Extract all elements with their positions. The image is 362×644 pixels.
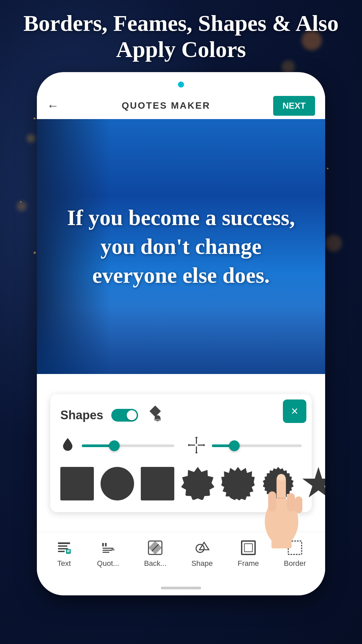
resize-icon (188, 436, 205, 455)
size-slider-group (188, 436, 302, 455)
shapes-toggle[interactable] (111, 409, 138, 422)
shape-item-square[interactable] (60, 465, 94, 502)
shape-item-filled-square[interactable] (141, 465, 174, 502)
shape-scallop (181, 467, 215, 500)
camera-dot (178, 82, 184, 88)
opacity-icon (60, 437, 75, 455)
shape-item-circle[interactable] (101, 465, 134, 502)
home-indicator (161, 587, 201, 589)
bokeh-5 (27, 134, 35, 143)
bokeh-3 (17, 201, 27, 211)
sparkle-3 (20, 201, 21, 203)
opacity-slider-group (60, 437, 174, 455)
toolbar-label-quote: Quot... (97, 559, 119, 568)
sliders-row (60, 436, 302, 455)
svg-rect-2 (154, 419, 161, 421)
toggle-thumb (127, 410, 137, 420)
back-button[interactable]: ← (47, 99, 59, 113)
svg-rect-11 (58, 542, 70, 544)
opacity-thumb[interactable] (109, 440, 120, 451)
bokeh-4 (325, 235, 342, 252)
sparkle-1 (34, 117, 36, 119)
text-icon (56, 540, 72, 557)
svg-rect-21 (103, 552, 109, 553)
svg-point-38 (277, 474, 285, 481)
toggle-track[interactable] (111, 409, 138, 422)
background-icon (147, 540, 163, 557)
svg-rect-34 (268, 491, 276, 512)
size-slider[interactable] (212, 444, 302, 447)
sparkle-4 (34, 252, 36, 254)
hand-pointer (251, 454, 312, 548)
svg-rect-39 (272, 535, 292, 548)
toolbar-item-shape[interactable]: Shape (185, 536, 220, 571)
toolbar-label-back: Back... (144, 559, 167, 568)
toolbar-item-background[interactable]: Back... (137, 536, 173, 571)
opacity-slider[interactable] (82, 444, 174, 447)
page-title: Borders, Feames, Shapes & Also Apply Col… (0, 10, 362, 62)
size-thumb[interactable] (229, 440, 240, 451)
app-bar: ← QUOTES MAKER NEXT (37, 92, 325, 119)
quote-icon: " " (100, 540, 116, 557)
toolbar-label-text: Text (57, 559, 71, 568)
panel-title: Shapes (60, 408, 103, 422)
shape-item-scallop[interactable] (181, 465, 215, 502)
toolbar-label-shape: Shape (191, 559, 213, 568)
svg-rect-36 (295, 496, 302, 513)
svg-rect-14 (58, 551, 65, 552)
svg-text:": " (111, 547, 115, 555)
shape-item-rounded-scallop[interactable] (221, 465, 255, 502)
sparkle-2 (327, 168, 328, 169)
toolbar-label-frame: Frame (238, 559, 259, 568)
toolbar-item-quote[interactable]: " " Quot... (90, 536, 126, 571)
app-title: QUOTES MAKER (122, 100, 210, 111)
toolbar-label-border: Border (284, 559, 306, 568)
shape-filled-square (141, 467, 174, 500)
shape-circle (101, 467, 134, 500)
svg-rect-12 (58, 545, 67, 547)
shape-square (60, 467, 94, 500)
paint-bucket-icon[interactable] (146, 404, 165, 426)
phone-mockup: ← QUOTES MAKER NEXT If you become a succ… (37, 72, 325, 595)
toolbar-item-text[interactable]: Text (49, 536, 79, 571)
svg-rect-35 (287, 493, 295, 512)
close-panel-button[interactable]: × (283, 399, 306, 423)
quote-image-area: If you become a success, you don't chang… (37, 119, 325, 374)
shape-rounded-scallop (221, 467, 255, 500)
quote-text: If you become a success, you don't chang… (37, 190, 325, 303)
svg-rect-20 (103, 550, 112, 551)
shape-toolbar-icon (194, 540, 210, 557)
panel-header: Shapes (60, 404, 302, 426)
svg-marker-0 (149, 406, 161, 417)
next-button[interactable]: NEXT (273, 96, 315, 116)
